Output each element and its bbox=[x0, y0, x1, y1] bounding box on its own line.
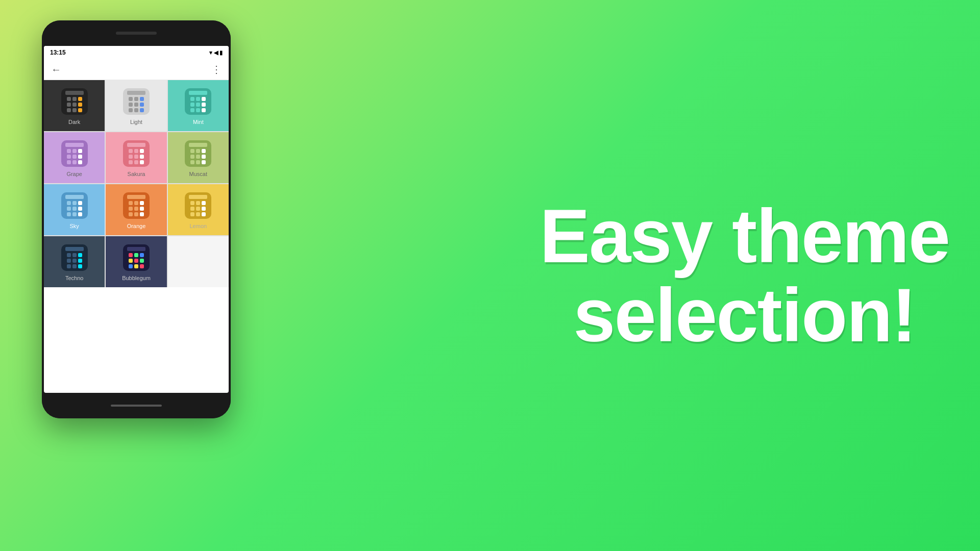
theme-tile-empty bbox=[168, 236, 229, 287]
theme-icon-muscat bbox=[185, 140, 211, 167]
themes-grid: Dark Light bbox=[44, 80, 229, 287]
battery-icon: ▮ bbox=[219, 49, 223, 56]
phone-screen: 13:15 ▾ ◀ ▮ ← ⋮ bbox=[44, 46, 229, 393]
signal-icon: ◀ bbox=[214, 49, 218, 56]
theme-tile-grape[interactable]: Grape bbox=[44, 132, 105, 183]
theme-label-mint: Mint bbox=[193, 119, 204, 125]
status-time: 13:15 bbox=[50, 49, 66, 56]
back-button[interactable]: ← bbox=[51, 64, 61, 76]
theme-label-techno: Techno bbox=[65, 275, 83, 281]
phone-speaker bbox=[116, 32, 157, 35]
theme-icon-orange bbox=[123, 192, 150, 219]
home-indicator bbox=[111, 405, 162, 407]
theme-tile-muscat[interactable]: Muscat bbox=[168, 132, 229, 183]
theme-tile-bubblegum[interactable]: Bubblegum bbox=[106, 236, 166, 287]
theme-tile-techno[interactable]: Techno bbox=[44, 236, 105, 287]
theme-tile-sky[interactable]: Sky bbox=[44, 184, 105, 235]
phone-device: 13:15 ▾ ◀ ▮ ← ⋮ bbox=[42, 20, 231, 423]
promo-line1: Easy theme bbox=[540, 196, 949, 276]
promo-text-block: Easy theme selection! bbox=[540, 196, 949, 355]
theme-tile-light[interactable]: Light bbox=[106, 80, 166, 131]
theme-label-light: Light bbox=[130, 119, 142, 125]
more-options-button[interactable]: ⋮ bbox=[211, 63, 222, 76]
wifi-icon: ▾ bbox=[209, 49, 212, 56]
phone-body: 13:15 ▾ ◀ ▮ ← ⋮ bbox=[42, 20, 231, 418]
status-icons: ▾ ◀ ▮ bbox=[209, 49, 223, 56]
theme-icon-lemon bbox=[185, 192, 211, 219]
theme-label-dark: Dark bbox=[68, 119, 80, 125]
app-toolbar: ← ⋮ bbox=[44, 59, 229, 80]
theme-label-orange: Orange bbox=[127, 223, 146, 229]
theme-icon-sakura bbox=[123, 140, 150, 167]
theme-tile-lemon[interactable]: Lemon bbox=[168, 184, 229, 235]
theme-icon-mint bbox=[185, 88, 211, 115]
theme-tile-sakura[interactable]: Sakura bbox=[106, 132, 166, 183]
status-bar: 13:15 ▾ ◀ ▮ bbox=[44, 46, 229, 59]
theme-label-lemon: Lemon bbox=[190, 223, 207, 229]
theme-icon-sky bbox=[61, 192, 88, 219]
theme-icon-bubblegum bbox=[123, 244, 150, 271]
theme-icon-techno bbox=[61, 244, 88, 271]
theme-tile-mint[interactable]: Mint bbox=[168, 80, 229, 131]
theme-tile-orange[interactable]: Orange bbox=[106, 184, 166, 235]
themes-content: Dark Light bbox=[44, 80, 229, 385]
theme-icon-grape bbox=[61, 140, 88, 167]
promo-line2: selection! bbox=[540, 276, 949, 355]
theme-label-sakura: Sakura bbox=[128, 171, 145, 177]
phone-top-bezel bbox=[42, 20, 231, 46]
theme-label-muscat: Muscat bbox=[189, 171, 207, 177]
theme-label-bubblegum: Bubblegum bbox=[122, 275, 151, 281]
theme-label-grape: Grape bbox=[66, 171, 82, 177]
theme-tile-dark[interactable]: Dark bbox=[44, 80, 105, 131]
theme-icon-light bbox=[123, 88, 150, 115]
theme-label-sky: Sky bbox=[69, 223, 79, 229]
phone-bottom-bezel bbox=[42, 393, 231, 418]
theme-icon-dark bbox=[61, 88, 88, 115]
